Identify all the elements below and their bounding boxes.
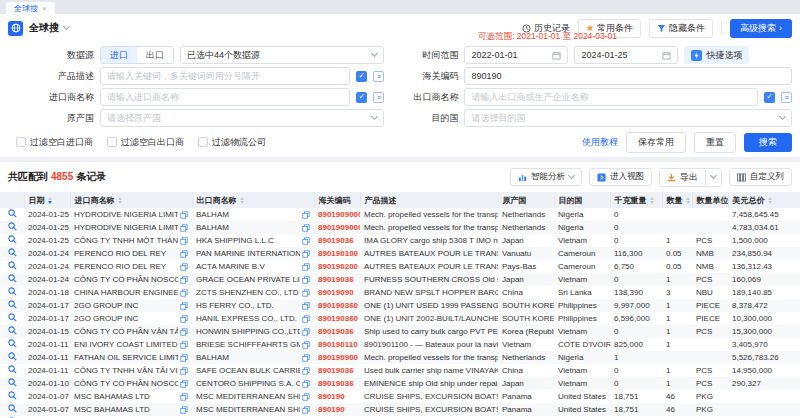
copy-icon[interactable] bbox=[180, 367, 188, 375]
copy-icon[interactable] bbox=[180, 237, 188, 245]
copy-icon[interactable] bbox=[302, 380, 310, 388]
copy-icon[interactable] bbox=[302, 289, 310, 297]
col-header-0[interactable]: 日期 bbox=[24, 192, 70, 208]
smart-analysis-button[interactable]: 智能分析 bbox=[510, 168, 582, 186]
cell-hs-code[interactable]: 890190 bbox=[314, 390, 360, 403]
row-detail-button[interactable] bbox=[0, 312, 24, 325]
cell-hs-code[interactable]: 890190100 bbox=[314, 247, 360, 260]
copy-icon[interactable] bbox=[302, 276, 310, 284]
date-from-input[interactable]: 2022-01-01 bbox=[464, 46, 568, 64]
tutorial-link[interactable]: 使用教程 bbox=[582, 136, 618, 149]
import-toggle[interactable]: 进口 bbox=[101, 47, 137, 63]
batch-input-icon[interactable]: ≡ bbox=[781, 92, 792, 103]
copy-icon[interactable] bbox=[302, 237, 310, 245]
row-search-icon[interactable] bbox=[8, 352, 17, 361]
exact-match-toggle-icon[interactable]: ✓ bbox=[356, 92, 367, 103]
origin-country-select[interactable]: 请选择原产国 bbox=[100, 109, 384, 127]
copy-icon[interactable] bbox=[302, 315, 310, 323]
row-detail-button[interactable] bbox=[0, 260, 24, 273]
cell-hs-code[interactable]: 890190900 bbox=[314, 351, 360, 364]
row-search-icon[interactable] bbox=[8, 378, 17, 387]
cell-hs-code[interactable]: 89019036 bbox=[314, 325, 360, 338]
copy-icon[interactable] bbox=[180, 354, 188, 362]
row-search-icon[interactable] bbox=[8, 326, 17, 335]
row-detail-button[interactable] bbox=[0, 325, 24, 338]
copy-icon[interactable] bbox=[302, 354, 310, 362]
data-source-select[interactable]: 已选中44个数据源 bbox=[180, 46, 384, 64]
copy-icon[interactable] bbox=[302, 211, 310, 219]
exact-match-toggle-icon[interactable]: ✓ bbox=[764, 92, 775, 103]
col-header-2[interactable]: 出口商名称 bbox=[192, 192, 314, 208]
row-detail-button[interactable] bbox=[0, 338, 24, 351]
copy-icon[interactable] bbox=[180, 406, 188, 414]
row-detail-button[interactable] bbox=[0, 234, 24, 247]
batch-input-icon[interactable]: ≡ bbox=[373, 71, 384, 82]
row-search-icon[interactable] bbox=[8, 261, 17, 270]
row-detail-button[interactable] bbox=[0, 377, 24, 390]
date-to-input[interactable]: 2024-01-25 bbox=[574, 46, 678, 64]
sort-icon[interactable] bbox=[118, 197, 122, 204]
copy-icon[interactable] bbox=[180, 380, 188, 388]
export-toggle[interactable]: 出口 bbox=[137, 47, 173, 63]
col-header-1[interactable]: 进口商名称 bbox=[70, 192, 192, 208]
enter-view-button[interactable]: 进入视图 bbox=[589, 168, 652, 186]
row-detail-button[interactable] bbox=[0, 286, 24, 299]
row-search-icon[interactable] bbox=[8, 235, 17, 244]
tab-close-icon[interactable]: × bbox=[42, 4, 47, 13]
cell-hs-code[interactable]: 89019036 bbox=[314, 273, 360, 286]
hide-conditions-button[interactable]: 隐藏条件 bbox=[649, 19, 713, 38]
copy-icon[interactable] bbox=[302, 328, 310, 336]
search-button[interactable]: 搜索 bbox=[744, 133, 792, 152]
copy-icon[interactable] bbox=[180, 250, 188, 258]
row-search-icon[interactable] bbox=[8, 248, 17, 257]
copy-icon[interactable] bbox=[180, 211, 188, 219]
copy-icon[interactable] bbox=[180, 302, 188, 310]
row-detail-button[interactable] bbox=[0, 247, 24, 260]
row-search-icon[interactable] bbox=[8, 300, 17, 309]
copy-icon[interactable] bbox=[180, 393, 188, 401]
sort-icon[interactable] bbox=[650, 197, 654, 204]
filter-blank-importer-checkbox[interactable]: 过滤空白进口商 bbox=[16, 136, 93, 149]
export-button[interactable]: 导出 bbox=[660, 169, 705, 186]
cell-hs-code[interactable]: 890190360 bbox=[314, 299, 360, 312]
copy-icon[interactable] bbox=[302, 393, 310, 401]
row-detail-button[interactable] bbox=[0, 351, 24, 364]
col-header-7[interactable]: 千克重量 bbox=[610, 192, 662, 208]
sort-icon[interactable] bbox=[686, 197, 690, 204]
cell-hs-code[interactable]: 89019036 bbox=[314, 234, 360, 247]
filter-logistics-checkbox[interactable]: 过滤物流公司 bbox=[198, 136, 266, 149]
row-search-icon[interactable] bbox=[8, 404, 17, 413]
copy-icon[interactable] bbox=[302, 224, 310, 232]
sort-icon[interactable] bbox=[240, 197, 244, 204]
row-detail-button[interactable] bbox=[0, 208, 24, 221]
row-search-icon[interactable] bbox=[8, 391, 17, 400]
row-search-icon[interactable] bbox=[8, 313, 17, 322]
row-detail-button[interactable] bbox=[0, 364, 24, 377]
cell-hs-code[interactable]: 890190200 bbox=[314, 260, 360, 273]
chevron-down-icon[interactable] bbox=[63, 23, 70, 30]
row-search-icon[interactable] bbox=[8, 209, 17, 218]
cell-hs-code[interactable]: 8901909000 bbox=[314, 221, 360, 234]
export-more-button[interactable] bbox=[705, 169, 721, 186]
row-detail-button[interactable] bbox=[0, 390, 24, 403]
row-detail-button[interactable] bbox=[0, 403, 24, 416]
row-search-icon[interactable] bbox=[8, 274, 17, 283]
row-search-icon[interactable] bbox=[8, 365, 17, 374]
cell-hs-code[interactable]: 89019090 bbox=[314, 286, 360, 299]
copy-icon[interactable] bbox=[180, 315, 188, 323]
product-desc-input[interactable] bbox=[107, 71, 343, 81]
sort-icon[interactable] bbox=[48, 197, 52, 204]
sort-icon[interactable] bbox=[768, 197, 772, 204]
customize-columns-button[interactable]: 自定义列 bbox=[729, 168, 792, 186]
copy-icon[interactable] bbox=[180, 328, 188, 336]
copy-icon[interactable] bbox=[302, 367, 310, 375]
col-header-10[interactable]: 美元总价 bbox=[728, 192, 800, 208]
col-header-8[interactable]: 数量 bbox=[662, 192, 692, 208]
row-detail-button[interactable] bbox=[0, 299, 24, 312]
exporter-input[interactable] bbox=[471, 92, 751, 102]
tab-global-search[interactable]: 全球搜 × bbox=[6, 2, 55, 14]
batch-input-icon[interactable]: ≡ bbox=[373, 92, 384, 103]
filter-blank-exporter-checkbox[interactable]: 过滤空白出口商 bbox=[107, 136, 184, 149]
copy-icon[interactable] bbox=[302, 341, 310, 349]
row-detail-button[interactable] bbox=[0, 221, 24, 234]
